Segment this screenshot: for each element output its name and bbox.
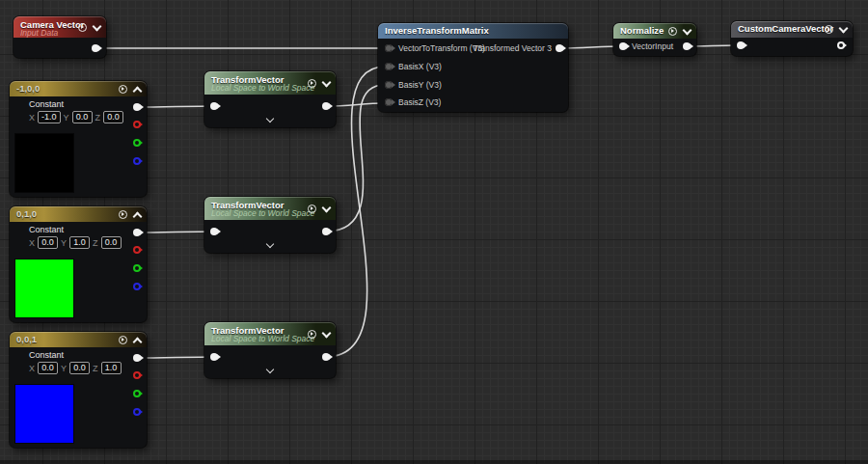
z-value-field[interactable]: 1.0 xyxy=(101,362,122,374)
node-normalize[interactable]: Normalize VectorInput xyxy=(613,23,696,56)
red-channel-pin[interactable] xyxy=(133,246,141,254)
red-channel-pin[interactable] xyxy=(133,371,141,379)
constant-type-label: Constant xyxy=(15,99,77,109)
transform-output-pin[interactable] xyxy=(322,353,330,361)
output-pin-label: Transformed Vector 3 xyxy=(474,43,552,53)
basisz-input-pin[interactable] xyxy=(385,98,393,106)
chevron-up-icon[interactable] xyxy=(133,336,142,344)
preview-toggle-icon[interactable] xyxy=(119,210,127,219)
expand-node-chevron-icon[interactable] xyxy=(266,241,274,249)
input-pin-label: VectorInput xyxy=(632,41,673,51)
node-constant-pos-z[interactable]: 0,0,1 Constant X 0.0 Y 0.0 Z 1.0 xyxy=(10,332,147,448)
chevron-down-icon[interactable] xyxy=(839,25,848,34)
preview-toggle-icon[interactable] xyxy=(308,79,316,88)
node-header[interactable]: InverseTransformMatrix xyxy=(378,23,568,39)
node-header[interactable]: -1,0,0 xyxy=(10,81,147,96)
transform-input-pin[interactable] xyxy=(210,228,218,235)
input-pin-label: VectorToTransform (V3) xyxy=(398,43,485,53)
constant-type-label: Constant xyxy=(15,350,77,360)
y-value-field[interactable]: 1.0 xyxy=(69,236,90,249)
z-value-field[interactable]: 0.0 xyxy=(103,111,123,123)
node-inverse-transform-matrix[interactable]: InverseTransformMatrix VectorToTransform… xyxy=(378,23,568,112)
y-axis-label: Y xyxy=(61,364,67,373)
z-value-field[interactable]: 0.0 xyxy=(101,236,122,249)
y-value-field[interactable]: 0.0 xyxy=(72,111,93,123)
input-pin-label: BasisY (V3) xyxy=(398,80,442,90)
preview-toggle-icon[interactable] xyxy=(825,25,833,34)
expand-node-chevron-icon[interactable] xyxy=(266,367,274,374)
node-constant-neg-x[interactable]: -1,0,0 Constant X -1.0 Y 0.0 Z 0.0 xyxy=(10,81,147,197)
z-axis-label: Z xyxy=(93,364,98,373)
red-channel-pin[interactable] xyxy=(133,121,141,128)
chevron-down-icon[interactable] xyxy=(683,27,692,36)
x-value-field[interactable]: 0.0 xyxy=(38,236,58,249)
basisy-input-pin[interactable] xyxy=(385,81,393,89)
blue-channel-pin[interactable] xyxy=(133,283,141,290)
chevron-down-icon[interactable] xyxy=(322,330,331,339)
node-camera-vector[interactable]: Camera Vector Input Data xyxy=(14,16,106,58)
input-pin-label: BasisX (V3) xyxy=(398,62,442,71)
constant-output-pin[interactable] xyxy=(133,103,141,111)
y-value-field[interactable]: 0.0 xyxy=(69,362,90,374)
camera-vector-output-pin[interactable] xyxy=(92,44,99,52)
x-value-field[interactable]: -1.0 xyxy=(38,111,61,123)
expand-node-chevron-icon[interactable] xyxy=(266,116,274,123)
chevron-down-icon[interactable] xyxy=(322,79,331,88)
constant-output-pin[interactable] xyxy=(133,229,141,236)
node-header[interactable]: TransformVector Local Space to World Spa… xyxy=(204,322,336,345)
input-pin-label: BasisZ (V3) xyxy=(398,97,441,107)
constant-output-pin[interactable] xyxy=(133,354,141,362)
x-axis-label: X xyxy=(29,364,35,373)
blue-channel-pin[interactable] xyxy=(133,157,141,165)
transform-output-pin[interactable] xyxy=(322,102,330,110)
transform-input-pin[interactable] xyxy=(210,102,218,110)
node-header[interactable]: TransformVector Local Space to World Spa… xyxy=(204,197,336,220)
node-header[interactable]: 0,0,1 xyxy=(10,332,147,347)
custom-camera-output-pin[interactable] xyxy=(837,41,845,49)
node-transform-vector-3[interactable]: TransformVector Local Space to World Spa… xyxy=(204,322,336,378)
green-channel-pin[interactable] xyxy=(133,390,141,397)
node-transform-vector-2[interactable]: TransformVector Local Space to World Spa… xyxy=(204,197,336,253)
blue-channel-pin[interactable] xyxy=(133,408,141,416)
node-header[interactable]: 0,1,0 xyxy=(10,206,147,222)
node-constant-pos-y[interactable]: 0,1,0 Constant X 0.0 Y 1.0 Z 0.0 xyxy=(10,206,147,322)
node-header[interactable]: CustomCameraVector xyxy=(731,21,853,38)
preview-toggle-icon[interactable] xyxy=(119,336,127,344)
transform-output-pin[interactable] xyxy=(322,228,330,235)
chevron-down-icon[interactable] xyxy=(93,23,101,32)
y-axis-label: Y xyxy=(61,238,67,248)
transform-input-pin[interactable] xyxy=(210,353,218,361)
green-channel-pin[interactable] xyxy=(133,264,141,272)
preview-toggle-icon[interactable] xyxy=(668,27,677,36)
constant-preview-swatch xyxy=(15,259,73,317)
chevron-up-icon[interactable] xyxy=(133,210,142,219)
node-header[interactable]: Normalize xyxy=(613,23,696,39)
chevron-up-icon[interactable] xyxy=(133,85,142,94)
node-transform-vector-1[interactable]: TransformVector Local Space to World Spa… xyxy=(204,71,336,127)
node-header[interactable]: Camera Vector Input Data xyxy=(14,16,106,38)
preview-toggle-icon[interactable] xyxy=(119,85,127,94)
constant-type-label: Constant xyxy=(15,225,77,234)
custom-camera-input-pin[interactable] xyxy=(737,41,745,49)
preview-toggle-icon[interactable] xyxy=(308,205,316,213)
z-axis-label: Z xyxy=(95,113,101,123)
constant-preview-swatch xyxy=(15,385,73,443)
basisx-input-pin[interactable] xyxy=(385,63,393,70)
x-value-field[interactable]: 0.0 xyxy=(38,362,58,374)
green-channel-pin[interactable] xyxy=(133,139,141,147)
node-custom-camera-vector[interactable]: CustomCameraVector xyxy=(731,21,853,56)
preview-toggle-icon[interactable] xyxy=(78,23,87,32)
normalize-output-pin[interactable] xyxy=(683,42,691,50)
vectortotransform-input-pin[interactable] xyxy=(385,44,393,52)
chevron-down-icon[interactable] xyxy=(322,205,331,213)
material-node-graph-canvas[interactable]: Camera Vector Input Data -1,0,0 Constant… xyxy=(0,0,868,464)
normalize-input-pin[interactable] xyxy=(619,42,627,50)
y-axis-label: Y xyxy=(64,113,69,123)
preview-toggle-icon[interactable] xyxy=(308,330,316,339)
node-header[interactable]: TransformVector Local Space to World Spa… xyxy=(204,71,336,95)
z-axis-label: Z xyxy=(93,238,98,248)
x-axis-label: X xyxy=(29,113,35,123)
constant-preview-swatch xyxy=(15,134,73,192)
node-title: InverseTransformMatrix xyxy=(385,25,561,36)
transformed-vector-output-pin[interactable] xyxy=(556,44,563,52)
